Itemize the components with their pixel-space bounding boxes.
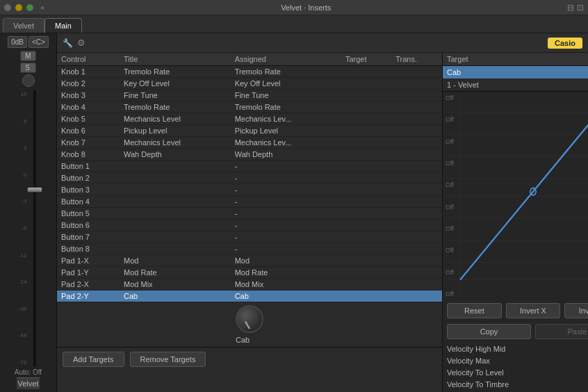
cell-control: Button 4 <box>57 196 120 208</box>
cell-trans <box>391 267 442 279</box>
table-row[interactable]: Button 5 - <box>57 208 442 220</box>
graph-area[interactable]: Off Off Off Off Off Off Off Off Off Off <box>443 92 588 300</box>
cell-target <box>341 90 391 101</box>
table-row[interactable]: Button 4 - <box>57 196 442 208</box>
cell-assigned: Pickup Level <box>231 125 341 137</box>
cell-assigned: - <box>231 220 341 231</box>
table-row[interactable]: Pad 1-Y Mod Rate Mod Rate <box>57 267 442 279</box>
target-label: 1 - Velvet <box>447 81 588 89</box>
target-item[interactable]: 1 - Velvet <box>443 79 588 91</box>
minimize-icon[interactable]: ⊟ <box>567 3 574 13</box>
wrench-icon[interactable]: 🔧 <box>63 38 73 48</box>
table-row[interactable]: Knob 4 Tremolo Rate Tremolo Rate <box>57 101 442 113</box>
graph-svg[interactable] <box>446 95 588 297</box>
cell-trans <box>391 125 442 137</box>
table-row[interactable]: Knob 1 Tremolo Rate Tremolo Rate <box>57 66 442 78</box>
table-row[interactable]: Button 2 - <box>57 172 442 184</box>
cell-title <box>120 220 231 231</box>
tab-velvet[interactable]: Velvet <box>3 18 44 33</box>
cell-target <box>341 255 391 267</box>
tab-main[interactable]: Main <box>44 18 82 33</box>
cell-assigned: Mod Rate <box>231 267 341 279</box>
m-button[interactable]: M <box>20 51 35 61</box>
param-item[interactable]: Velocity To Level <box>447 367 588 379</box>
cell-control: Knob 1 <box>57 66 120 78</box>
reset-button[interactable]: Reset <box>447 303 502 318</box>
table-row[interactable]: Knob 8 Wah Depth Wah Depth <box>57 149 442 161</box>
knob[interactable] <box>236 305 263 333</box>
table-row[interactable]: Button 3 - <box>57 184 442 196</box>
cell-target <box>341 172 391 184</box>
midi-toolbar: 🔧 ⚙ Casio <box>57 33 588 53</box>
table-row[interactable]: Knob 2 Key Off Level Key Off Level <box>57 78 442 90</box>
cell-target <box>341 208 391 220</box>
cell-assigned: Cab <box>231 291 341 302</box>
cell-title: Mod <box>120 255 231 267</box>
cell-trans <box>391 279 442 291</box>
cell-target <box>341 161 391 172</box>
table-row[interactable]: Button 1 - <box>57 161 442 172</box>
add-icon[interactable]: + <box>40 3 44 12</box>
midi-table-wrap: Control Title Assigned Target Trans. Kno… <box>57 53 443 392</box>
copy-button[interactable]: Copy <box>447 324 531 339</box>
table-row[interactable]: Pad 2-Y Cab Cab <box>57 291 442 302</box>
cell-title <box>120 161 231 172</box>
invert-y-button[interactable]: Invert Y <box>564 303 588 318</box>
table-row[interactable]: Knob 5 Mechanics Level Mechanics Lev... <box>57 113 442 125</box>
cell-assigned: Mechanics Lev... <box>231 137 341 149</box>
cell-assigned: - <box>231 208 341 220</box>
table-row[interactable]: Pad 1-X Mod Mod <box>57 255 442 267</box>
cell-assigned: - <box>231 161 341 172</box>
cell-control: Button 1 <box>57 161 120 172</box>
invert-x-button[interactable]: Invert X <box>506 303 561 318</box>
table-row[interactable]: Pad 2-X Mod Mix Mod Mix <box>57 279 442 291</box>
cell-title: Cab <box>120 291 231 302</box>
cell-trans <box>391 220 442 231</box>
table-row[interactable]: Button 7 - <box>57 231 442 243</box>
midi-table: Control Title Assigned Target Trans. Kno… <box>57 53 442 302</box>
velvet-label: Velvet <box>17 377 40 389</box>
cell-trans <box>391 196 442 208</box>
target-item[interactable]: Cab <box>443 66 588 79</box>
cell-title <box>120 172 231 184</box>
cell-trans <box>391 90 442 101</box>
cell-title: Mechanics Level <box>120 137 231 149</box>
table-row[interactable]: Button 6 - <box>57 220 442 231</box>
param-item[interactable]: Velocity Max <box>447 355 588 367</box>
cell-trans <box>391 231 442 243</box>
knob-label: Cab <box>236 336 263 344</box>
table-row[interactable]: Knob 3 Fine Tune Fine Tune <box>57 90 442 101</box>
cell-assigned: Mechanics Lev... <box>231 113 341 125</box>
add-targets-button[interactable]: Add Targets <box>63 352 124 367</box>
maximize-icon[interactable]: ⊡ <box>577 3 584 13</box>
db-control[interactable]: 0dB <box>8 36 27 48</box>
knob-row: Cab <box>57 302 442 347</box>
table-row[interactable]: Button 8 - <box>57 243 442 255</box>
fader-thumb[interactable] <box>27 187 42 193</box>
remove-targets-button[interactable]: Remove Targets <box>130 352 206 367</box>
cell-title: Pickup Level <box>120 125 231 137</box>
pan-knob[interactable] <box>22 74 35 87</box>
casio-button[interactable]: Casio <box>548 38 582 49</box>
c-control[interactable]: <C> <box>28 36 49 48</box>
cell-control: Pad 1-Y <box>57 267 120 279</box>
cell-assigned: Wah Depth <box>231 149 341 161</box>
gear-icon[interactable]: ⚙ <box>77 38 85 48</box>
col-assigned: Assigned <box>231 53 341 66</box>
param-item[interactable]: Velocity High Mid <box>447 343 588 355</box>
cell-title: Mod Mix <box>120 279 231 291</box>
target-list-area: Cab 1 - Velvet <box>443 66 588 91</box>
cell-title: Tremolo Rate <box>120 101 231 113</box>
s-button[interactable]: S <box>20 63 35 73</box>
param-item[interactable]: Velocity To Timbre <box>447 379 588 391</box>
window-close-btn[interactable] <box>4 4 11 11</box>
table-row[interactable]: Knob 6 Pickup Level Pickup Level <box>57 125 442 137</box>
paste-button[interactable]: Paste <box>535 324 588 339</box>
cell-trans <box>391 66 442 78</box>
bottom-buttons: Add Targets Remove Targets <box>57 347 442 371</box>
window-max-btn[interactable] <box>26 4 33 11</box>
table-row[interactable]: Knob 7 Mechanics Level Mechanics Lev... <box>57 137 442 149</box>
fader-track <box>33 90 36 367</box>
window-min-btn[interactable] <box>15 4 22 11</box>
cell-title: Mechanics Level <box>120 113 231 125</box>
